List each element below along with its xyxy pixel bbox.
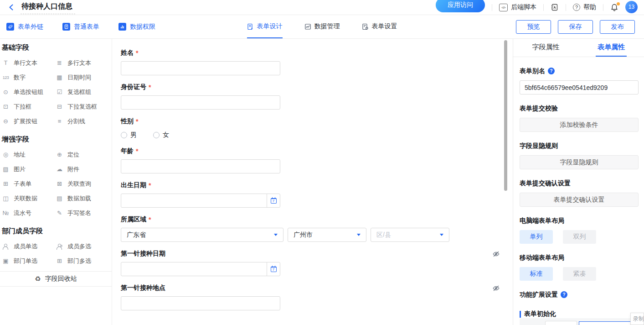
tab-field-properties[interactable]: 字段属性 [513,39,579,57]
field-item-radio-group[interactable]: ⊙单选按钮组 [2,89,56,96]
age-input[interactable] [121,159,280,173]
calendar-icon: 7 [271,267,277,272]
tab-form-settings[interactable]: 表单设置 [362,15,397,38]
radio-circle [121,132,127,138]
form-alias-label: 表单别名 [520,67,545,75]
field-item-signature[interactable]: ✎手写签名 [56,210,108,217]
form-doc-icon [62,23,70,31]
normal-form-link[interactable]: 普通表单 [62,23,99,31]
contacts-button[interactable] [551,3,559,11]
field-recycle-bin[interactable]: ♻ 字段回收站 [0,271,112,287]
field-item-member-single[interactable]: 成员单选 [2,243,56,250]
calendar-button[interactable]: 7 [267,194,280,207]
field-item-label: 下拉框 [14,103,31,111]
field-item-dept-multi[interactable]: ⊞部门多选 [56,257,108,265]
field-item-number[interactable]: 123数字 [2,74,56,81]
form-init-label: 表单初始化 [524,310,556,318]
field-item-label: 关联数据 [14,194,37,203]
field-item-location[interactable]: ⊕定位 [56,151,108,158]
form-field-gender[interactable]: 性别* 男 女 [121,118,513,139]
canvas-scrollbar[interactable] [504,40,507,191]
field-label: 年龄 [121,147,134,155]
field-item-multi-text[interactable]: ≣多行文本 [56,59,108,67]
field-item-datetime[interactable]: ▦日期时间 [56,74,108,81]
form-field-id-number[interactable]: 身份证号* [121,84,513,110]
back-icon[interactable] [6,2,16,12]
form-field-name[interactable]: 姓名* [121,49,513,75]
tab-data-manage[interactable]: 数据管理 [304,15,340,38]
field-item-checkbox-group[interactable]: ☑复选框组 [56,89,108,96]
clipped-blue-box [579,321,639,325]
notification-bell-icon[interactable] [610,3,618,12]
related-data-icon: ◫ [2,195,10,202]
field-item-divider[interactable]: ≡分割线 [56,118,108,125]
preview-button[interactable]: 预览 [516,20,551,34]
image-icon: ▧ [2,166,10,173]
form-field-first-dose-place[interactable]: 第一针接种地点 [121,284,513,310]
field-label: 身份证号 [121,83,146,91]
data-permission-link[interactable]: 数据权限 [118,23,155,31]
province-select[interactable]: 广东省 [121,228,283,242]
mobile-layout-compact[interactable]: 紧凑 [563,267,596,281]
form-external-link[interactable]: 表单外链 [6,23,43,31]
help-icon[interactable]: ? [561,291,567,298]
form-field-first-dose-date[interactable]: 第一针接种日期 7 [121,250,513,276]
extension-settings-label: 功能扩展设置 [520,291,558,299]
eye-hidden-icon[interactable] [492,250,500,258]
name-input[interactable] [121,61,280,75]
required-mark: * [149,182,151,189]
pc-layout-single-column[interactable]: 单列 [520,230,553,244]
field-item-related-data[interactable]: ◫关联数据 [2,195,56,202]
birth-date-input[interactable]: 7 [121,194,280,208]
visibility-rules-button[interactable]: 字段显隐规则 [520,155,639,169]
calendar-button[interactable]: 7 [267,262,280,276]
form-field-age[interactable]: 年龄* [121,147,513,173]
publish-button[interactable]: 发布 [600,20,635,34]
field-item-dropdown[interactable]: ⊡下拉框 [2,103,56,110]
field-item-address[interactable]: ◎地址 [2,151,56,158]
help-icon[interactable]: ? [548,68,555,74]
field-item-label: 数字 [14,73,26,82]
field-item-single-text[interactable]: T单行文本 [2,59,56,67]
field-item-serial-number[interactable]: №流水号 [2,210,56,217]
date-text-area[interactable] [121,262,267,276]
field-item-dropdown-multi[interactable]: ⊟下拉复选框 [56,103,108,110]
field-item-image[interactable]: ▧图片 [2,166,56,173]
date-text-area[interactable] [121,194,267,207]
field-item-extend-button[interactable]: ⊖扩展按钮 [2,118,56,125]
radio-label: 女 [163,131,169,139]
first-dose-place-input[interactable] [121,296,280,310]
field-item-subform[interactable]: ⊞子表单 [2,180,56,188]
save-button[interactable]: 保存 [558,20,593,34]
id-number-input[interactable] [121,95,280,110]
related-query-icon: ⊠ [56,180,63,188]
field-item-member-multi[interactable]: 成员多选 [56,243,108,250]
form-field-region[interactable]: 所属区域* 广东省 广州市 区/县 [121,216,513,242]
field-label: 所属区域 [121,215,146,224]
gender-radio-male[interactable]: 男 [121,131,137,139]
backend-script-button[interactable]: </> 后端脚本 [499,3,536,11]
app-access-button[interactable]: 应用访问 [436,0,485,12]
pc-layout-double-column[interactable]: 双列 [563,230,596,244]
first-dose-date-input[interactable]: 7 [121,262,280,276]
field-item-label: 日期时间 [67,73,91,82]
add-validation-button[interactable]: 添加校验条件 [520,118,639,132]
eye-hidden-icon[interactable] [492,284,500,292]
tab-form-design[interactable]: 表单设计 [247,15,283,38]
field-library-sidebar: 基础字段 T单行文本 ≣多行文本 123数字 ▦日期时间 ⊙单选按钮组 ☑复选框… [0,39,112,325]
field-item-related-query[interactable]: ⊠关联查询 [56,180,108,188]
city-select[interactable]: 广州市 [288,228,366,242]
mobile-layout-standard[interactable]: 标准 [520,267,553,281]
field-item-data-load[interactable]: ▤数据加载 [56,195,108,202]
tab-form-properties[interactable]: 表单属性 [579,39,644,57]
avatar[interactable]: 13 [625,1,638,13]
field-item-attachment[interactable]: ☁附件 [56,166,108,173]
field-item-dept-single[interactable]: ▣部门单选 [2,257,56,265]
district-select[interactable]: 区/县 [371,228,449,242]
submit-confirm-button[interactable]: 表单提交确认设置 [520,193,639,207]
help-button[interactable]: ? 帮助 [573,3,596,11]
field-label: 第一针接种地点 [121,284,165,292]
gender-radio-female[interactable]: 女 [153,131,169,139]
form-field-birth-date[interactable]: 出生日期* 7 [121,182,513,208]
form-alias-input[interactable]: 5bf654c66579ee0541ed9209 [520,80,639,94]
